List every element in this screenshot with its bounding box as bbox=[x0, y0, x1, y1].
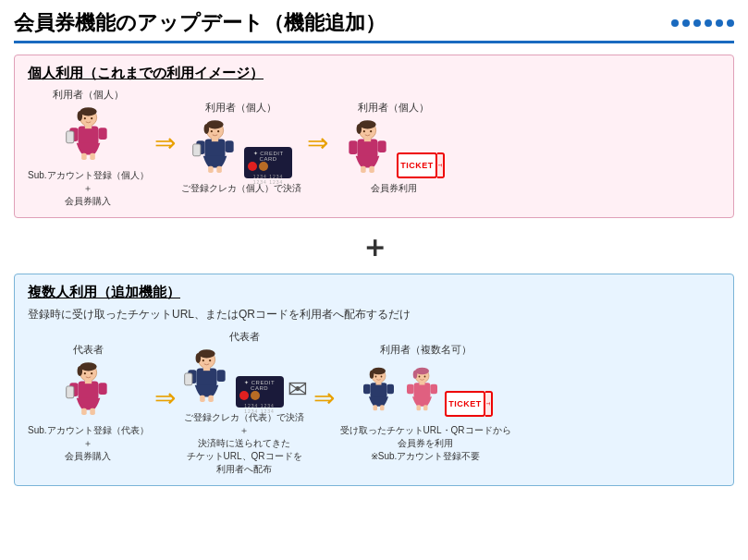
step3-individual: 利用者（個人） bbox=[334, 101, 454, 195]
dot5 bbox=[716, 19, 723, 27]
svg-rect-38 bbox=[78, 381, 98, 399]
step3m-caption: 受け取ったチケットURL・QRコードから会員券を利用※Sub.アカウント登録不要 bbox=[340, 424, 511, 463]
svg-rect-21 bbox=[226, 140, 234, 152]
cc-logo-1 bbox=[248, 162, 288, 171]
dot3 bbox=[693, 19, 701, 27]
section1-flow: 利用者（個人） bbox=[28, 88, 720, 208]
svg-rect-44 bbox=[98, 383, 106, 395]
cc-circle-red-2 bbox=[239, 391, 249, 400]
step3-multiple: 利用者（複数名可） bbox=[340, 343, 511, 463]
svg-rect-78 bbox=[431, 384, 438, 395]
svg-point-57 bbox=[202, 359, 203, 361]
svg-point-10 bbox=[84, 117, 86, 119]
cc-logo-2 bbox=[239, 391, 280, 400]
svg-rect-41 bbox=[90, 408, 94, 415]
svg-rect-9 bbox=[98, 128, 106, 140]
svg-rect-6 bbox=[90, 153, 94, 160]
svg-point-34 bbox=[370, 130, 372, 132]
step3-label: 利用者（個人） bbox=[358, 101, 429, 115]
svg-point-14 bbox=[204, 124, 210, 134]
svg-point-72 bbox=[413, 371, 418, 379]
step1-multiple: 代表者 Sub.アカウント登録（代表）＋ bbox=[28, 343, 149, 463]
step1-caption: Sub.アカウント登録（個人）＋会員券購入 bbox=[28, 169, 149, 208]
svg-rect-51 bbox=[202, 367, 209, 371]
svg-rect-15 bbox=[205, 139, 226, 157]
person-figure-5 bbox=[181, 347, 232, 408]
cc-circle-orange bbox=[259, 162, 268, 171]
dot6 bbox=[727, 19, 734, 27]
svg-point-13 bbox=[206, 120, 223, 128]
dot1 bbox=[671, 19, 679, 27]
person-figure-6a bbox=[358, 360, 399, 420]
svg-point-36 bbox=[80, 362, 96, 371]
svg-point-80 bbox=[424, 376, 426, 378]
svg-rect-39 bbox=[85, 380, 92, 384]
step1-label: 利用者（個人） bbox=[53, 88, 124, 102]
credit-card-1: ✦ CREDIT CARD 1234 1234 1234 1234 bbox=[244, 147, 292, 178]
page-container: 会員券機能のアップデート（機能追加） 個人利用（これまでの利用イメージ） 利用者… bbox=[0, 0, 748, 505]
svg-rect-52 bbox=[200, 396, 205, 402]
section2-title: 複数人利用（追加機能） bbox=[28, 284, 720, 301]
envelope-icon: ✉ bbox=[288, 375, 308, 404]
svg-point-61 bbox=[370, 371, 374, 379]
svg-rect-55 bbox=[184, 373, 191, 385]
section2-subtitle: 登録時に受け取ったチケットURL、またはQRコードを利用者へ配布するだけ bbox=[28, 307, 720, 323]
title-area: 会員券機能のアップデート（機能追加） bbox=[14, 9, 734, 43]
step1m-caption: Sub.アカウント登録（代表）＋会員券購入 bbox=[28, 424, 149, 463]
section2-flow: 代表者 Sub.アカウント登録（代表）＋ bbox=[28, 330, 720, 476]
arrow2-multiple: ⇒ bbox=[313, 385, 335, 411]
svg-rect-31 bbox=[349, 140, 357, 154]
svg-rect-30 bbox=[369, 166, 374, 173]
svg-rect-40 bbox=[81, 408, 87, 415]
person-figure-4 bbox=[63, 360, 114, 420]
svg-rect-63 bbox=[376, 382, 382, 385]
svg-rect-62 bbox=[371, 383, 387, 398]
svg-point-11 bbox=[91, 117, 92, 119]
cc-number-1: 1234 1234 1234 1234 bbox=[248, 174, 288, 185]
title-dots bbox=[671, 19, 734, 27]
dot4 bbox=[705, 19, 712, 27]
step2-label: 利用者（個人） bbox=[205, 101, 276, 115]
svg-rect-53 bbox=[208, 396, 214, 402]
svg-rect-43 bbox=[66, 386, 73, 398]
svg-point-49 bbox=[195, 353, 201, 363]
ticket-stub-2: T bbox=[485, 391, 493, 417]
step1-individual: 利用者（個人） bbox=[28, 88, 149, 208]
svg-point-79 bbox=[419, 376, 421, 378]
svg-rect-66 bbox=[363, 384, 371, 395]
svg-rect-18 bbox=[216, 166, 222, 173]
cc-brand-2: ✦ CREDIT CARD bbox=[239, 379, 280, 391]
svg-point-69 bbox=[381, 376, 383, 378]
svg-rect-32 bbox=[378, 140, 386, 152]
svg-point-37 bbox=[77, 366, 82, 376]
svg-point-71 bbox=[415, 368, 429, 375]
svg-rect-50 bbox=[196, 368, 216, 386]
step2m-label: 代表者 bbox=[229, 330, 260, 344]
svg-rect-74 bbox=[420, 382, 425, 385]
svg-point-48 bbox=[198, 349, 215, 358]
ticket-1: TICKET T bbox=[397, 152, 445, 178]
person-figure-6b bbox=[401, 360, 443, 420]
arrow1-multiple: ⇒ bbox=[154, 385, 176, 411]
ticket-2: TICKET T bbox=[445, 391, 493, 417]
step3-caption: 会員券利用 bbox=[371, 182, 417, 195]
svg-rect-56 bbox=[216, 370, 225, 382]
step2-individual: 利用者（個人） bbox=[181, 101, 301, 195]
arrow1-individual: ⇒ bbox=[154, 130, 176, 156]
dot2 bbox=[682, 19, 690, 27]
person-figure-3 bbox=[342, 118, 393, 178]
svg-rect-17 bbox=[208, 166, 214, 173]
svg-point-23 bbox=[217, 130, 219, 132]
svg-rect-5 bbox=[81, 153, 87, 160]
svg-rect-29 bbox=[361, 166, 366, 173]
svg-point-25 bbox=[359, 120, 375, 128]
page-title: 会員券機能のアップデート（機能追加） bbox=[14, 9, 386, 37]
cc-circle-red bbox=[248, 162, 257, 171]
svg-rect-4 bbox=[85, 125, 92, 129]
person-figure-1 bbox=[63, 105, 114, 165]
step3m-label: 利用者（複数名可） bbox=[380, 343, 472, 357]
ticket-text-2: TICKET bbox=[445, 391, 485, 417]
ticket-text-1: TICKET bbox=[397, 152, 437, 178]
credit-card-2: ✦ CREDIT CARD 1234 1234 1234 1234 bbox=[236, 376, 284, 408]
arrow2-individual: ⇒ bbox=[307, 130, 328, 156]
